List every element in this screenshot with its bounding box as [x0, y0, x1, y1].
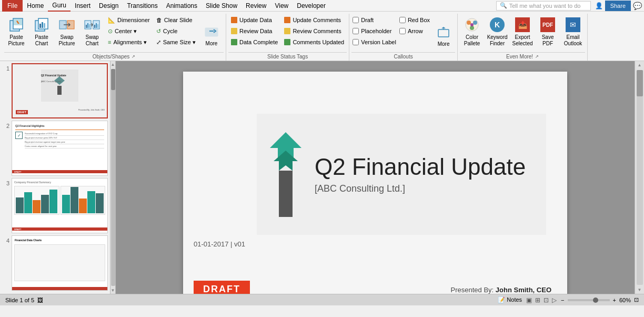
callouts-col1: Draft Placeholder Version Label: [351, 14, 397, 47]
scrollbar-up[interactable]: ▲: [110, 61, 116, 68]
menu-animations[interactable]: Animations: [162, 0, 202, 12]
paste-picture-button[interactable]: PastePicture: [4, 14, 28, 48]
objects-small-col1: 📐 Dimensioner ⊙ Center ▾ ≡ Alignments ▾: [105, 14, 153, 47]
comments-updated-button[interactable]: Comments Updated: [281, 37, 347, 47]
review-comments-button[interactable]: Review Comments: [281, 26, 347, 36]
swap-picture-button[interactable]: SwapPicture: [55, 14, 79, 48]
canvas-scrollbar-thumb[interactable]: [637, 70, 643, 96]
menu-transitions[interactable]: Transitions: [123, 0, 162, 12]
objects-expand-icon[interactable]: ↗: [132, 54, 135, 59]
svg-point-23: [473, 21, 477, 25]
export-selected-button[interactable]: 📤 ExportSelected: [510, 14, 535, 48]
objects-small-col2: 🗑 Clear Slide ↺ Cycle ⤢ Same Size ▾: [154, 14, 198, 47]
placeholder-checkbox[interactable]: [353, 28, 359, 34]
slide-thumb-container-2: 2 Q2 Financial Highlights ✓ Successful i…: [2, 121, 108, 176]
objects-more-button[interactable]: More: [199, 14, 224, 48]
arrow-checkbox[interactable]: [399, 28, 406, 34]
save-pdf-button[interactable]: PDF SavePDF: [536, 14, 560, 48]
color-palette-button[interactable]: ColorPallete: [460, 14, 484, 48]
slide-thumb-2-inner: Q2 Financial Highlights ✓ Successful int…: [12, 121, 107, 175]
placeholder-checkbox-label[interactable]: Placeholder: [351, 26, 397, 36]
comments-icon: 💬: [633, 2, 642, 10]
email-outlook-icon: ✉: [565, 16, 581, 33]
slide-3-title: Company Financial Summary: [14, 181, 51, 184]
update-data-button[interactable]: Update Data: [228, 15, 280, 25]
svg-point-24: [470, 26, 474, 30]
version-label-checkbox-label[interactable]: Version Label: [351, 37, 397, 47]
zoom-out-icon[interactable]: −: [561, 297, 564, 303]
alignments-button[interactable]: ≡ Alignments ▾: [105, 37, 153, 47]
arrow-checkbox-label[interactable]: Arrow: [398, 26, 431, 36]
slide-thumb-container-1: 1 Q2 Financial Update [ABC Consulting Lt…: [2, 63, 108, 118]
slide-sorter-icon[interactable]: ⊞: [534, 296, 541, 304]
bar-6: [62, 195, 70, 213]
slide-thumb-1-inner: Q2 Financial Update [ABC Consulting Ltd.…: [13, 64, 107, 117]
draft-checkbox-label[interactable]: Draft: [351, 15, 397, 25]
status-right: 📝 Notes ▣ ⊞ ⊡ ▷ − + 60% ⊡: [498, 296, 639, 304]
paste-chart-button[interactable]: PasteChart: [29, 14, 54, 48]
slide-thumb-container-3: 3 Company Financial Summary: [2, 178, 108, 233]
data-complete-button[interactable]: Data Complete: [228, 37, 280, 47]
menu-developer[interactable]: Developer: [293, 0, 330, 12]
even-more-expand-icon[interactable]: ↗: [535, 54, 539, 59]
slide-panel-scrollbar[interactable]: ▲ ▼: [110, 61, 116, 294]
scrollbar-thumb[interactable]: [111, 69, 115, 90]
zoom-in-icon[interactable]: +: [613, 297, 616, 303]
slide-sub-title: [ABC Consulting Ltd.]: [315, 183, 526, 194]
slide-3-charts: [14, 186, 105, 215]
menu-guru[interactable]: Guru: [48, 0, 71, 12]
keyword-finder-button[interactable]: K KeywordFinder: [485, 14, 509, 48]
canvas-scrollbar[interactable]: ▲ ▼: [635, 61, 644, 294]
scrollbar-down[interactable]: ▼: [110, 287, 116, 294]
objects-shapes-content: PastePicture PasteChart: [4, 14, 224, 51]
menu-home[interactable]: Home: [23, 0, 48, 12]
draft-checkbox[interactable]: [353, 17, 359, 23]
menu-insert[interactable]: Insert: [71, 0, 95, 12]
menu-view[interactable]: View: [270, 0, 293, 12]
slideshow-icon[interactable]: ▷: [551, 296, 558, 304]
slide-3-draft-bar: DRAFT: [12, 227, 107, 231]
notes-label[interactable]: 📝 Notes: [498, 296, 522, 303]
file-menu-button[interactable]: File: [2, 0, 23, 12]
export-selected-icon: 📤: [514, 16, 531, 33]
menu-review[interactable]: Review: [242, 0, 270, 12]
menu-design[interactable]: Design: [95, 0, 123, 12]
slide-canvas: Q2 Financial Update [ABC Consulting Ltd.…: [183, 72, 567, 294]
slide-4-title: Financial Data Charts: [15, 239, 42, 242]
red-box-checkbox[interactable]: [399, 17, 406, 23]
slide-thumb-3[interactable]: Company Financial Summary: [12, 178, 108, 233]
clear-slide-button[interactable]: 🗑 Clear Slide: [154, 15, 198, 25]
slide-thumb-2[interactable]: Q2 Financial Highlights ✓ Successful int…: [12, 121, 108, 176]
save-pdf-graphic: PDF: [540, 17, 555, 32]
same-size-button[interactable]: ⤢ Same Size ▾: [154, 37, 198, 47]
slide-num-3: 3: [2, 178, 9, 186]
same-size-label: Same Size ▾: [163, 39, 196, 46]
reading-view-icon[interactable]: ⊡: [542, 296, 550, 304]
search-box[interactable]: 🔍 Tell me what you want to do: [496, 1, 591, 11]
version-label-checkbox[interactable]: [353, 39, 359, 45]
zoom-slider[interactable]: [568, 299, 610, 301]
update-data-color: [231, 17, 237, 23]
share-button[interactable]: Share: [605, 1, 631, 11]
slide-thumb-3-inner: Company Financial Summary: [12, 179, 107, 233]
canvas-scrollbar-up[interactable]: ▲: [636, 61, 643, 69]
normal-view-icon[interactable]: ▣: [525, 296, 533, 304]
swap-chart-button[interactable]: SwapChart: [80, 14, 104, 48]
canvas-scrollbar-down[interactable]: ▼: [636, 286, 643, 294]
cycle-button[interactable]: ↺ Cycle: [154, 26, 198, 36]
color-palette-label: ColorPallete: [464, 34, 480, 47]
review-data-button[interactable]: Review Data: [228, 26, 280, 36]
draft-label: Draft: [361, 17, 374, 23]
slide-thumb-1[interactable]: Q2 Financial Update [ABC Consulting Ltd.…: [12, 63, 108, 118]
menu-slideshow[interactable]: Slide Show: [202, 0, 242, 12]
dimensioner-button[interactable]: 📐 Dimensioner: [105, 15, 153, 25]
red-box-checkbox-label[interactable]: Red Box: [398, 15, 431, 25]
email-outlook-button[interactable]: ✉ EmailOutlook: [561, 14, 585, 48]
fit-icon[interactable]: ⊡: [634, 296, 639, 303]
slide-thumb-4[interactable]: Financial Data Charts: [12, 235, 108, 291]
callouts-more-button[interactable]: More: [432, 14, 455, 48]
bar-2: [24, 192, 32, 213]
center-button[interactable]: ⊙ Center ▾: [105, 26, 153, 36]
update-comments-button[interactable]: Update Comments: [281, 15, 347, 25]
svg-rect-27: [57, 86, 62, 95]
